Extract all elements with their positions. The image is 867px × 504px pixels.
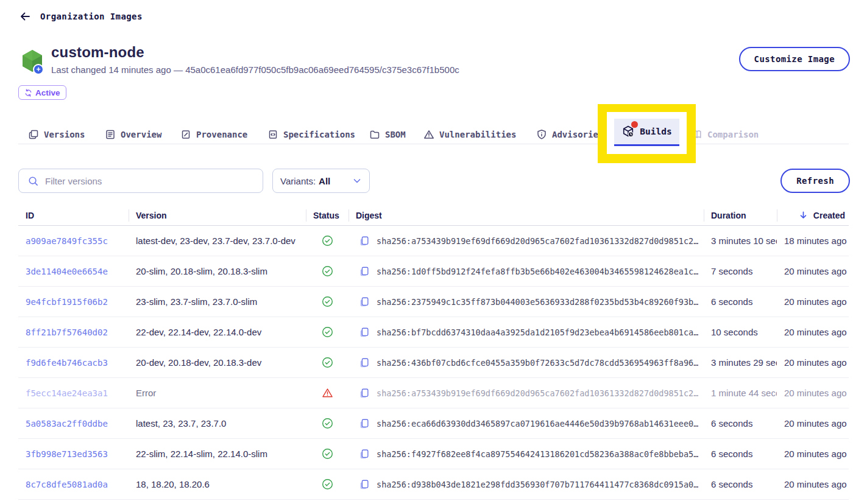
status-badge-label: Active bbox=[35, 88, 60, 97]
duration-text: 10 seconds bbox=[711, 327, 758, 337]
build-id-link[interactable]: 9e4fcbf1915f06b2 bbox=[26, 297, 108, 307]
tab-label: Vulnerabilities bbox=[439, 130, 516, 139]
column-header-digest[interactable]: Digest bbox=[349, 205, 704, 225]
table-row: f5ecc14ae24ea3a1Errorsha256:a753439b919e… bbox=[18, 378, 849, 408]
tab-specifications[interactable]: Specifications bbox=[267, 125, 355, 144]
variants-value: All bbox=[319, 176, 330, 186]
build-id-link[interactable]: a909ae7849fc355c bbox=[26, 236, 108, 246]
digest-text: sha256:436bf07cbd6cfce0455a359b0f72633c5… bbox=[377, 358, 698, 368]
table-row: 8c7c8dfe5081ad0a18, 18.20, 18.20.6sha256… bbox=[18, 469, 849, 500]
overview-icon bbox=[105, 129, 116, 140]
tab-label: Overview bbox=[121, 130, 161, 139]
version-tags: 22-dev, 22.14-dev, 22.14.0-dev bbox=[136, 327, 261, 337]
chevron-down-icon bbox=[352, 176, 362, 186]
tab-label: SBOM bbox=[385, 130, 406, 139]
builds-icon bbox=[621, 125, 635, 138]
table-row: a909ae7849fc355clatest-dev, 23-dev, 23.7… bbox=[18, 226, 849, 256]
builds-table: ID Version Status Digest Duration Create… bbox=[18, 205, 849, 500]
sync-icon bbox=[24, 89, 32, 97]
page-title: Organization Images bbox=[40, 12, 143, 21]
refresh-button[interactable]: Refresh bbox=[780, 169, 850, 193]
tab-label: Comparison bbox=[707, 130, 759, 139]
versions-icon bbox=[28, 129, 39, 140]
table-row: 9e4fcbf1915f06b223-slim, 23.7-slim, 23.7… bbox=[18, 287, 849, 317]
table-row: 8ff21b7f57640d0222-dev, 22.14-dev, 22.14… bbox=[18, 317, 849, 348]
version-tags: latest-dev, 23-dev, 23.7-dev, 23.7.0-dev bbox=[136, 236, 295, 246]
column-header-created[interactable]: Created bbox=[777, 205, 849, 225]
plus-badge-icon: + bbox=[33, 64, 44, 75]
copy-digest-button[interactable] bbox=[359, 357, 370, 368]
organization-image-page: Organization Images + custom-node Last c… bbox=[0, 0, 867, 504]
status-badge: Active bbox=[18, 85, 66, 100]
version-tags: latest, 23, 23.7, 23.7.0 bbox=[136, 418, 226, 429]
duration-text: 1 minute 44 secon bbox=[711, 388, 777, 398]
notification-dot bbox=[631, 121, 638, 128]
created-text: 20 minutes ago bbox=[784, 266, 847, 276]
tab-comparison[interactable]: Comparison bbox=[692, 125, 759, 144]
build-id-link[interactable]: f9d6fe4b746cacb3 bbox=[26, 358, 108, 368]
created-text: 20 minutes ago bbox=[784, 418, 847, 429]
digest-text: sha256:1d0ff5bd912f24fefa8ffb3b5e66b402e… bbox=[377, 267, 698, 276]
duration-text: 3 minutes 10 seco bbox=[711, 236, 777, 246]
column-header-version[interactable]: Version bbox=[129, 205, 306, 225]
copy-digest-button[interactable] bbox=[359, 418, 370, 429]
image-last-changed: Last changed 14 minutes ago — 45a0c61ea6… bbox=[51, 65, 459, 75]
tabs-row: VersionsOverviewProvenanceSpecifications… bbox=[18, 125, 849, 144]
advisories-icon bbox=[536, 129, 547, 140]
version-tags: 22-slim, 22.14-slim, 22.14.0-slim bbox=[136, 449, 267, 459]
success-status-icon bbox=[322, 357, 333, 368]
success-status-icon bbox=[322, 265, 333, 277]
tab-provenance[interactable]: Provenance bbox=[180, 125, 247, 144]
copy-digest-button[interactable] bbox=[359, 296, 370, 307]
created-text: 20 minutes ago bbox=[784, 449, 847, 459]
success-status-icon bbox=[322, 478, 333, 490]
table-row: f9d6fe4b746cacb320-dev, 20.18-dev, 20.18… bbox=[18, 348, 849, 378]
copy-digest-button[interactable] bbox=[359, 449, 370, 460]
copy-digest-button[interactable] bbox=[359, 388, 370, 399]
variants-label: Variants: bbox=[280, 176, 316, 186]
copy-digest-button[interactable] bbox=[359, 479, 370, 490]
created-text: 20 minutes ago bbox=[784, 479, 847, 489]
highlight-annotation: Builds bbox=[598, 104, 696, 163]
tab-versions[interactable]: Versions bbox=[28, 125, 85, 144]
duration-text: 6 seconds bbox=[711, 449, 752, 459]
tab-advisories[interactable]: Advisories bbox=[536, 125, 603, 144]
tab-label: Provenance bbox=[196, 130, 247, 139]
version-tags: 18, 18.20, 18.20.6 bbox=[136, 479, 210, 489]
provenance-icon bbox=[180, 129, 191, 140]
filter-versions-input[interactable] bbox=[45, 176, 254, 186]
sbom-icon bbox=[369, 129, 380, 140]
variants-dropdown[interactable]: Variants: All bbox=[272, 169, 370, 193]
success-status-icon bbox=[322, 326, 333, 338]
table-row: 3de11404e0e6654e20-slim, 20.18-slim, 20.… bbox=[18, 256, 849, 287]
digest-text: sha256:f4927f682ee8f4ca89755464241318620… bbox=[377, 449, 698, 459]
tab-vulnerabilities[interactable]: Vulnerabilities bbox=[423, 125, 516, 144]
column-header-id[interactable]: ID bbox=[18, 205, 129, 225]
column-header-status[interactable]: Status bbox=[306, 205, 349, 225]
tab-label: Specifications bbox=[283, 130, 355, 139]
column-header-duration[interactable]: Duration bbox=[704, 205, 777, 225]
build-id-link[interactable]: 5a0583ac2ff0ddbe bbox=[26, 419, 108, 429]
error-status-icon bbox=[322, 387, 333, 399]
back-button[interactable] bbox=[18, 10, 32, 23]
digest-text: sha256:a753439b919ef69df669d20d965ca7602… bbox=[377, 236, 698, 246]
build-id-link[interactable]: 8ff21b7f57640d02 bbox=[26, 327, 108, 337]
column-header-created-label: Created bbox=[813, 211, 845, 220]
customize-image-button[interactable]: Customize Image bbox=[739, 47, 850, 71]
tab-builds[interactable]: Builds bbox=[614, 119, 679, 146]
duration-text: 6 seconds bbox=[711, 296, 752, 307]
build-id-link[interactable]: 8c7c8dfe5081ad0a bbox=[26, 480, 108, 489]
arrow-left-icon bbox=[19, 10, 31, 23]
table-row: 3fb998e713ed356322-slim, 22.14-slim, 22.… bbox=[18, 439, 849, 469]
copy-digest-button[interactable] bbox=[359, 266, 370, 277]
created-text: 18 minutes ago bbox=[784, 236, 847, 246]
tab-overview[interactable]: Overview bbox=[105, 125, 161, 144]
specifications-icon bbox=[267, 129, 278, 140]
build-id-link[interactable]: 3fb998e713ed3563 bbox=[26, 449, 108, 459]
tab-sbom[interactable]: SBOM bbox=[369, 125, 406, 144]
copy-digest-button[interactable] bbox=[359, 327, 370, 338]
build-id-link[interactable]: f5ecc14ae24ea3a1 bbox=[26, 388, 108, 398]
created-text: 20 minutes ago bbox=[784, 388, 847, 398]
copy-digest-button[interactable] bbox=[359, 236, 370, 247]
build-id-link[interactable]: 3de11404e0e6654e bbox=[26, 267, 108, 276]
